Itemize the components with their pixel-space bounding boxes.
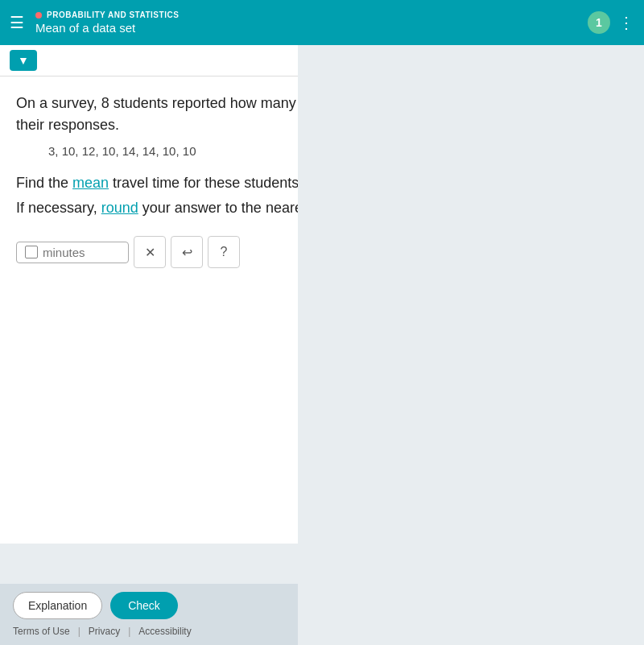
- subject-dot-icon: [35, 12, 42, 19]
- nav-title-block: PROBABILITY AND STATISTICS Mean of a dat…: [35, 10, 588, 35]
- round-link[interactable]: round: [101, 200, 138, 216]
- footer-terms[interactable]: Terms of Use: [13, 626, 70, 637]
- dropdown-arrow-icon: ▼: [18, 54, 29, 67]
- bottom-buttons: Explanation Check: [13, 592, 285, 619]
- nav-right: 1 ⋮: [588, 11, 634, 34]
- dropdown-button[interactable]: ▼: [10, 50, 37, 71]
- footer-accessibility[interactable]: Accessibility: [138, 626, 191, 637]
- footer-links: Terms of Use | Privacy | Accessibility: [13, 626, 285, 637]
- hamburger-icon[interactable]: ☰: [10, 14, 24, 31]
- footer-divider-1: |: [78, 626, 80, 637]
- answer-input-wrapper[interactable]: [16, 242, 129, 263]
- explanation-button[interactable]: Explanation: [13, 592, 102, 619]
- clear-button[interactable]: ✕: [134, 236, 166, 268]
- find-line1-post: travel time for these students.: [113, 175, 303, 191]
- footer-privacy[interactable]: Privacy: [89, 626, 120, 637]
- nav-more-icon[interactable]: ⋮: [618, 13, 634, 32]
- input-box-icon: [25, 246, 38, 258]
- check-button[interactable]: Check: [110, 592, 178, 619]
- nav-badge: 1: [588, 11, 610, 34]
- right-gray-panel: [298, 0, 644, 645]
- nav-subject: PROBABILITY AND STATISTICS: [35, 10, 588, 19]
- bottom-bar: Explanation Check Terms of Use | Privacy…: [0, 584, 298, 645]
- undo-button[interactable]: ↩: [171, 236, 203, 268]
- footer-divider-2: |: [128, 626, 130, 637]
- top-nav: ☰ PROBABILITY AND STATISTICS Mean of a d…: [0, 0, 644, 45]
- help-button[interactable]: ?: [208, 236, 240, 268]
- mean-link[interactable]: mean: [72, 175, 109, 191]
- find-line2-pre: If necessary,: [16, 200, 97, 216]
- find-line1-pre: Find the: [16, 175, 68, 191]
- answer-input[interactable]: [43, 246, 107, 259]
- nav-lesson: Mean of a data set: [35, 21, 588, 35]
